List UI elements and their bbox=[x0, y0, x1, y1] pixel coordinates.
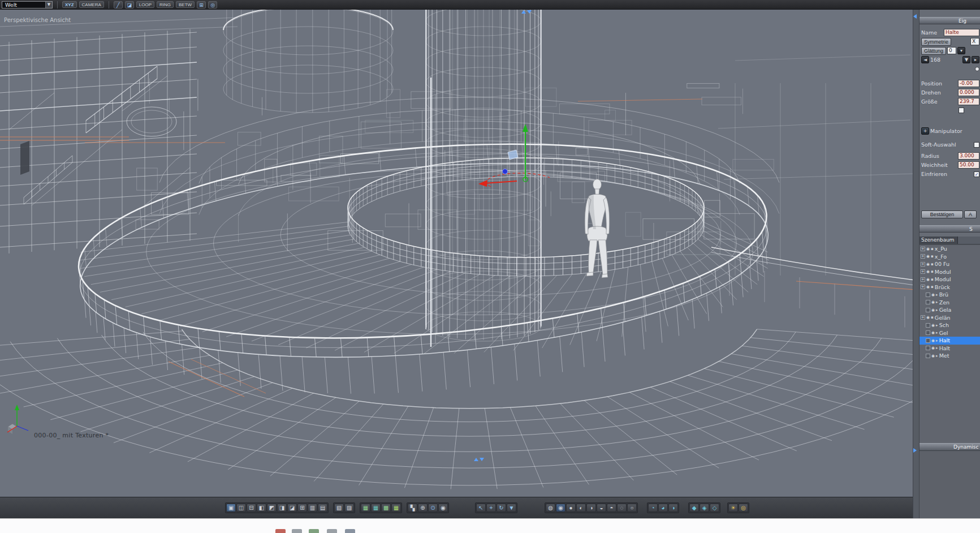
half-sphere-icon[interactable]: ◐ bbox=[576, 504, 586, 512]
drop-tool-icon[interactable]: ▼ bbox=[507, 504, 516, 512]
panel-splitter[interactable] bbox=[913, 10, 919, 518]
visibility-eye-icon[interactable]: ◉ bbox=[931, 300, 935, 304]
tree-expander-icon[interactable] bbox=[926, 330, 930, 335]
env-sphere-1-icon[interactable]: ◔ bbox=[648, 504, 658, 512]
visibility-eye-icon[interactable]: ◉ bbox=[926, 285, 930, 289]
ghost-sphere-icon[interactable]: ◌ bbox=[617, 504, 627, 512]
visibility-eye-icon[interactable]: ◉ bbox=[931, 330, 935, 335]
texture-sphere-icon[interactable]: ◒ bbox=[597, 504, 606, 512]
tree-expander-icon[interactable]: + bbox=[921, 262, 925, 266]
visibility-eye-icon[interactable]: ◉ bbox=[926, 315, 930, 320]
layout-three-columns[interactable]: ▥ bbox=[308, 504, 317, 512]
paint-grid-icon[interactable]: ▩ bbox=[381, 504, 391, 512]
layout-corner-split[interactable]: ◩ bbox=[267, 504, 277, 512]
visibility-eye-icon[interactable]: ◉ bbox=[926, 277, 930, 282]
tree-item-gela[interactable]: ◉▸Gela bbox=[919, 306, 980, 314]
tree-expander-icon[interactable]: + bbox=[921, 254, 925, 259]
lasso-select-icon[interactable]: ◪ bbox=[125, 1, 134, 8]
gem-icon[interactable]: ◆ bbox=[689, 504, 699, 512]
position-field[interactable]: -0.00 bbox=[958, 80, 979, 87]
visibility-eye-icon[interactable]: ◉ bbox=[931, 354, 935, 358]
smoothing-options-icon[interactable]: ▾ bbox=[957, 47, 965, 54]
smoothing-field[interactable]: 0 bbox=[947, 47, 956, 54]
uniform-checkbox[interactable] bbox=[959, 108, 964, 113]
tab-szenenbaum[interactable]: Szenenbaum bbox=[919, 237, 958, 244]
visibility-eye-icon[interactable]: ◉ bbox=[926, 262, 930, 266]
visibility-eye-icon[interactable]: ◉ bbox=[931, 308, 935, 312]
env-sphere-2-icon[interactable]: ◕ bbox=[658, 504, 668, 512]
visibility-eye-icon[interactable]: ◉ bbox=[926, 247, 930, 251]
scene-section-header[interactable]: S bbox=[919, 225, 980, 233]
render-icon[interactable]: ◎ bbox=[739, 504, 748, 512]
layout-single[interactable]: ▣ bbox=[226, 504, 236, 512]
abort-button[interactable]: A bbox=[964, 210, 977, 218]
layout-two-rows[interactable]: ⊟ bbox=[247, 504, 256, 512]
solid-sphere-icon[interactable]: ● bbox=[566, 504, 576, 512]
size-field[interactable]: 239.7 bbox=[958, 98, 979, 105]
wireframe-sphere-icon[interactable]: ◍ bbox=[546, 504, 555, 512]
name-field[interactable]: Halte bbox=[944, 29, 979, 36]
world-dropdown[interactable]: Welt ▼ bbox=[2, 1, 53, 8]
falloff-field[interactable]: 50.00 bbox=[958, 161, 979, 169]
tree-expander-icon[interactable]: + bbox=[921, 277, 925, 282]
env-sphere-3-icon[interactable]: ◑ bbox=[668, 504, 678, 512]
viewport-3d[interactable]: Perspektivische Ansicht 000-00_ mit Text… bbox=[0, 10, 913, 497]
tree-expander-icon[interactable] bbox=[926, 293, 930, 297]
shaded-wire-sphere-icon[interactable]: ◉ bbox=[556, 504, 565, 512]
tree-item-modul[interactable]: +◉▪Modul bbox=[919, 276, 980, 283]
layout-bottom-split[interactable]: ◪ bbox=[287, 504, 297, 512]
visibility-eye-icon[interactable]: ◉ bbox=[926, 269, 930, 274]
diamond-icon[interactable]: ◇ bbox=[710, 504, 719, 512]
tree-expander-icon[interactable]: + bbox=[921, 269, 925, 274]
visibility-eye-icon[interactable]: ◉ bbox=[926, 254, 930, 259]
gouraud-sphere-icon[interactable]: ◑ bbox=[586, 504, 596, 512]
tree-expander-icon[interactable] bbox=[926, 338, 930, 343]
splitter-collapse-handle-top[interactable] bbox=[913, 14, 917, 19]
dynamics-panel-header[interactable]: Dynamisc bbox=[919, 443, 980, 451]
add-tool-icon[interactable]: + bbox=[486, 504, 496, 512]
vertex-map-icon[interactable]: ▦ bbox=[371, 504, 381, 512]
camera-button[interactable]: CAMERA bbox=[79, 1, 104, 8]
pane-collapse-handle-bottom[interactable] bbox=[474, 458, 484, 461]
layout-three-rows[interactable]: ▤ bbox=[318, 504, 327, 512]
uv-grid-icon[interactable]: ▦ bbox=[361, 504, 370, 512]
tree-item-br-[interactable]: ◉▸Brü bbox=[919, 291, 980, 299]
rotate-tool-icon[interactable]: ↻ bbox=[497, 504, 506, 512]
tree-item-modul[interactable]: +◉▪Modul bbox=[919, 268, 980, 276]
tree-expander-icon[interactable] bbox=[926, 323, 930, 328]
checker-icon[interactable]: ▚ bbox=[408, 504, 417, 512]
pane-collapse-handle-top[interactable] bbox=[521, 10, 532, 14]
radius-field[interactable]: 3.000 bbox=[958, 152, 979, 160]
tree-item-halt[interactable]: ◉▸Halt bbox=[919, 337, 980, 345]
splitter-collapse-handle-bottom[interactable] bbox=[913, 448, 917, 453]
symmetry-button[interactable]: Symmetrie bbox=[921, 38, 951, 46]
sphere-select-icon[interactable]: ◎ bbox=[208, 1, 217, 8]
pointer-tool-icon[interactable]: ↖ bbox=[476, 504, 486, 512]
tree-item-gel[interactable]: ◉▸Gel bbox=[919, 329, 980, 337]
tree-item-00-fu[interactable]: +◉▪00 Fu bbox=[919, 260, 980, 268]
texture-grid-icon[interactable]: ▦ bbox=[391, 504, 401, 512]
undo-count-icon[interactable]: ◄ bbox=[921, 56, 929, 63]
properties-header[interactable]: Eig bbox=[919, 17, 980, 24]
tree-expander-icon[interactable]: + bbox=[921, 247, 925, 251]
visibility-eye-icon[interactable]: ◉ bbox=[931, 293, 935, 297]
center-view-icon[interactable]: ⊕ bbox=[418, 504, 428, 512]
smoothing-button[interactable]: Glättung bbox=[921, 47, 946, 55]
layer-options-icon[interactable]: ▼ bbox=[962, 56, 970, 63]
tree-expander-icon[interactable]: + bbox=[921, 285, 925, 289]
visibility-icon[interactable]: ◉ bbox=[438, 504, 448, 512]
manipulator-icon[interactable]: + bbox=[921, 127, 929, 135]
confirm-button[interactable]: Bestätigen bbox=[921, 210, 963, 218]
tree-item-met[interactable]: ◉▸Met bbox=[919, 352, 980, 360]
between-select-button[interactable]: BETW bbox=[176, 1, 195, 8]
expand-selection-icon[interactable]: ⊞ bbox=[197, 1, 206, 8]
xyz-axis-button[interactable]: XYZ bbox=[62, 1, 77, 8]
tree-expander-icon[interactable] bbox=[926, 308, 930, 312]
outline-sphere-icon[interactable]: ○ bbox=[627, 504, 637, 512]
tree-expander-icon[interactable] bbox=[926, 354, 930, 358]
tree-item-sch[interactable]: ◉▸Sch bbox=[919, 321, 980, 329]
layout-right-split[interactable]: ◨ bbox=[277, 504, 287, 512]
symmetry-axis-field[interactable]: X bbox=[970, 38, 979, 45]
freeze-checkbox[interactable]: ✓ bbox=[974, 171, 979, 177]
tree-expander-icon[interactable]: + bbox=[921, 315, 925, 320]
